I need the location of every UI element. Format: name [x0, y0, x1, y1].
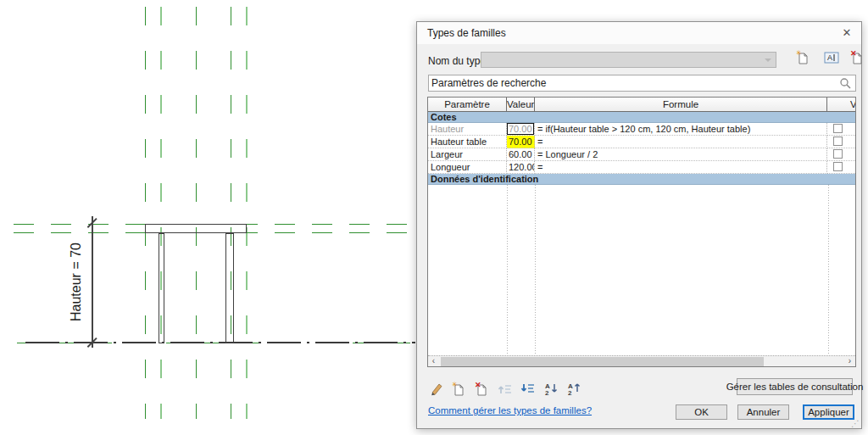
param-formula[interactable]: =	[535, 136, 827, 148]
ok-button[interactable]: OK	[676, 404, 727, 420]
column-header-verrouiller: Ve	[827, 98, 855, 112]
table-leg-left	[159, 233, 164, 343]
section-header-cotes: Cotes	[428, 112, 855, 123]
move-up-icon	[498, 382, 512, 395]
svg-text:✕: ✕	[475, 381, 481, 389]
table-header-row: Paramètre Valeur Formule Ve	[428, 98, 855, 112]
table-row: Hauteur 70.00 = if(Hauteur table > 120 c…	[428, 123, 855, 136]
new-parameter-button[interactable]: ✳	[450, 381, 467, 396]
reference-plane-vertical	[231, 7, 231, 419]
lock-checkbox[interactable]	[833, 162, 843, 171]
svg-text:2: 2	[568, 389, 572, 395]
reference-plane-vertical	[246, 7, 248, 419]
cancel-button[interactable]: Annuler	[737, 404, 789, 420]
table-row: Hauteur table 70.00 =	[428, 136, 855, 148]
param-name: Hauteur	[428, 123, 507, 136]
svg-text:A: A	[827, 53, 832, 62]
param-formula[interactable]: = if(Hauteur table > 120 cm, 120 cm, Hau…	[535, 123, 827, 136]
column-separator	[828, 185, 829, 356]
delete-parameter-button[interactable]: ✕	[473, 381, 490, 396]
scroll-left-arrow[interactable]: ‹	[428, 356, 439, 366]
apply-button[interactable]: Appliquer	[803, 404, 854, 420]
lock-checkbox[interactable]	[833, 149, 843, 159]
rename-type-icon: A	[824, 51, 839, 64]
new-type-icon: ✳	[796, 49, 810, 65]
rename-type-button[interactable]: A	[823, 48, 840, 66]
column-separator	[535, 185, 536, 356]
delete-type-icon: ✕	[850, 49, 865, 65]
lock-cell	[827, 136, 855, 148]
manage-lookup-tables-button[interactable]: Gérer les tables de consultation	[737, 378, 853, 395]
family-types-dialog: Types de familles ✕ Nom du type: ✳ A ✕	[416, 21, 862, 429]
help-link[interactable]: Comment gérer les types de familles?	[428, 405, 592, 415]
table-top	[145, 224, 247, 233]
search-box	[428, 75, 856, 92]
scrollbar-thumb[interactable]	[441, 357, 764, 366]
svg-text:✳: ✳	[796, 49, 802, 57]
lock-cell	[827, 148, 855, 161]
param-formula[interactable]: = Longueur / 2	[535, 148, 827, 161]
search-icon	[839, 77, 852, 90]
svg-text:✳: ✳	[452, 381, 458, 388]
search-input[interactable]	[429, 75, 838, 91]
dimension-line	[92, 216, 93, 348]
lock-checkbox[interactable]	[833, 137, 843, 146]
svg-text:✕: ✕	[850, 49, 857, 58]
new-type-button[interactable]: ✳	[794, 48, 811, 66]
type-name-label: Nom du type:	[428, 55, 488, 67]
param-name: Longueur	[428, 161, 507, 174]
section-header-identification: Données d'identification	[428, 174, 855, 185]
lock-cell	[827, 161, 855, 174]
reference-plane-vertical	[196, 7, 197, 419]
lock-checkbox[interactable]	[833, 124, 843, 133]
type-name-combobox	[481, 52, 776, 68]
horizontal-scrollbar[interactable]: ‹ ›	[428, 355, 855, 366]
dialog-title: Types de familles	[427, 22, 506, 44]
scroll-right-arrow[interactable]: ›	[844, 356, 855, 366]
param-value[interactable]: 60.00	[507, 148, 535, 161]
column-separator	[507, 185, 508, 356]
reference-plane-vertical	[160, 7, 162, 419]
param-value-highlighted[interactable]: 70.00	[507, 136, 535, 148]
sort-ascending-button[interactable]: A 2	[542, 381, 559, 396]
table-leg-right	[225, 233, 234, 343]
sort-descending-icon: A 2	[567, 382, 581, 395]
chevron-down-icon	[765, 59, 771, 62]
dimension-label: Hauteur = 70	[69, 231, 83, 333]
table-row: Largeur 60.00 = Longueur / 2	[428, 148, 855, 161]
param-name: Largeur	[428, 148, 507, 161]
column-header-formule: Formule	[535, 98, 827, 112]
delete-type-button[interactable]: ✕	[849, 48, 865, 66]
sort-ascending-icon: A 2	[544, 382, 559, 395]
move-down-icon	[520, 382, 535, 395]
move-up-button	[496, 381, 513, 396]
param-value[interactable]: 70.00	[507, 123, 535, 136]
sort-descending-button[interactable]: A 2	[565, 381, 582, 396]
param-name: Hauteur table	[428, 136, 507, 148]
resize-grip[interactable]: ⋰	[851, 419, 860, 428]
delete-parameter-icon: ✕	[475, 381, 489, 397]
svg-text:2: 2	[545, 389, 549, 395]
param-value[interactable]: 120.00	[507, 161, 535, 174]
table-row: Longueur 120.00 =	[428, 161, 855, 174]
close-icon[interactable]: ✕	[839, 25, 854, 41]
dialog-titlebar: Types de familles ✕	[417, 22, 861, 44]
lock-cell	[827, 123, 855, 136]
move-down-button[interactable]	[519, 381, 536, 396]
reference-plane-vertical	[145, 7, 146, 419]
column-header-valeur: Valeur	[507, 98, 535, 112]
pencil-icon	[430, 382, 444, 396]
edit-parameter-button[interactable]	[428, 381, 445, 396]
param-formula[interactable]: =	[535, 161, 827, 174]
column-header-parametre: Paramètre	[428, 98, 507, 112]
parameters-table: Paramètre Valeur Formule Ve Cotes Hauteu…	[427, 97, 856, 367]
new-parameter-icon: ✳	[452, 381, 466, 397]
level-line	[25, 342, 415, 343]
